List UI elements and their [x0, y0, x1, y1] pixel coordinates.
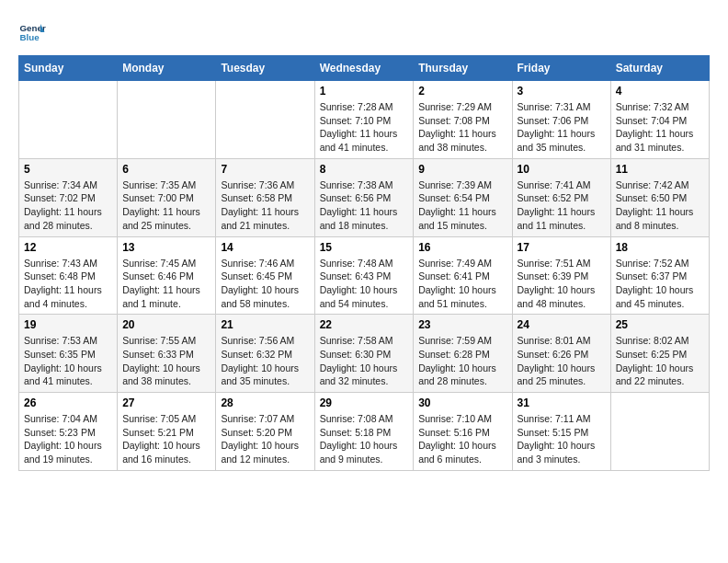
calendar-cell: 20Sunrise: 7:55 AMSunset: 6:33 PMDayligh…	[118, 315, 216, 393]
day-info: Sunrise: 7:53 AMSunset: 6:35 PMDaylight:…	[24, 334, 112, 388]
calendar-cell: 21Sunrise: 7:56 AMSunset: 6:32 PMDayligh…	[216, 315, 314, 393]
calendar-cell: 8Sunrise: 7:38 AMSunset: 6:56 PMDaylight…	[314, 158, 414, 236]
calendar-cell: 25Sunrise: 8:02 AMSunset: 6:25 PMDayligh…	[610, 315, 709, 393]
calendar-cell	[19, 81, 118, 159]
day-number: 27	[122, 396, 210, 409]
day-info: Sunrise: 7:46 AMSunset: 6:45 PMDaylight:…	[221, 257, 309, 311]
day-number: 13	[122, 241, 210, 254]
day-number: 31	[518, 396, 606, 409]
calendar-cell: 4Sunrise: 7:32 AMSunset: 7:04 PMDaylight…	[610, 81, 709, 159]
calendar-header: SundayMondayTuesdayWednesdayThursdayFrid…	[19, 56, 710, 81]
day-header-friday: Friday	[512, 56, 610, 81]
day-info: Sunrise: 7:04 AMSunset: 5:23 PMDaylight:…	[24, 412, 112, 466]
day-number: 19	[24, 318, 112, 331]
day-header-tuesday: Tuesday	[216, 56, 314, 81]
calendar-cell	[610, 393, 709, 471]
day-info: Sunrise: 7:43 AMSunset: 6:48 PMDaylight:…	[24, 257, 112, 311]
day-number: 14	[221, 241, 309, 254]
day-number: 11	[616, 163, 704, 176]
day-info: Sunrise: 7:42 AMSunset: 6:50 PMDaylight:…	[616, 178, 704, 233]
day-info: Sunrise: 7:56 AMSunset: 6:32 PMDaylight:…	[221, 334, 309, 388]
calendar-cell: 1Sunrise: 7:28 AMSunset: 7:10 PMDaylight…	[314, 81, 414, 159]
day-info: Sunrise: 7:10 AMSunset: 5:16 PMDaylight:…	[418, 412, 506, 466]
day-header-sunday: Sunday	[19, 56, 118, 81]
day-number: 30	[418, 396, 506, 409]
calendar-cell: 3Sunrise: 7:31 AMSunset: 7:06 PMDaylight…	[512, 81, 610, 159]
calendar-cell: 11Sunrise: 7:42 AMSunset: 6:50 PMDayligh…	[610, 158, 709, 236]
day-number: 21	[221, 318, 309, 331]
day-info: Sunrise: 7:34 AMSunset: 7:02 PMDaylight:…	[24, 178, 112, 233]
day-header-saturday: Saturday	[610, 56, 709, 81]
day-number: 10	[518, 163, 606, 176]
calendar-cell: 19Sunrise: 7:53 AMSunset: 6:35 PMDayligh…	[19, 315, 118, 393]
svg-text:Blue: Blue	[20, 32, 40, 42]
day-number: 1	[320, 85, 409, 98]
calendar-cell: 9Sunrise: 7:39 AMSunset: 6:54 PMDaylight…	[414, 158, 512, 236]
day-number: 4	[616, 85, 704, 98]
logo-icon: General Blue	[18, 18, 46, 46]
calendar-cell: 30Sunrise: 7:10 AMSunset: 5:16 PMDayligh…	[414, 393, 512, 471]
day-info: Sunrise: 7:58 AMSunset: 6:30 PMDaylight:…	[320, 334, 409, 388]
day-number: 26	[24, 396, 112, 409]
day-info: Sunrise: 7:11 AMSunset: 5:15 PMDaylight:…	[518, 412, 606, 466]
day-header-monday: Monday	[118, 56, 216, 81]
day-number: 18	[616, 241, 704, 254]
calendar-cell	[216, 81, 314, 159]
day-number: 24	[518, 318, 606, 331]
calendar-cell: 16Sunrise: 7:49 AMSunset: 6:41 PMDayligh…	[414, 236, 512, 315]
calendar-cell: 26Sunrise: 7:04 AMSunset: 5:23 PMDayligh…	[19, 393, 118, 471]
day-number: 17	[518, 241, 606, 254]
day-info: Sunrise: 7:38 AMSunset: 6:56 PMDaylight:…	[320, 178, 409, 233]
calendar-cell: 29Sunrise: 7:08 AMSunset: 5:18 PMDayligh…	[314, 393, 414, 471]
day-number: 23	[418, 318, 506, 331]
day-info: Sunrise: 7:29 AMSunset: 7:08 PMDaylight:…	[418, 100, 506, 155]
day-info: Sunrise: 8:02 AMSunset: 6:25 PMDaylight:…	[616, 334, 704, 388]
day-info: Sunrise: 7:51 AMSunset: 6:39 PMDaylight:…	[518, 257, 606, 311]
calendar-cell: 27Sunrise: 7:05 AMSunset: 5:21 PMDayligh…	[118, 393, 216, 471]
day-info: Sunrise: 7:35 AMSunset: 7:00 PMDaylight:…	[122, 178, 210, 233]
calendar-cell: 13Sunrise: 7:45 AMSunset: 6:46 PMDayligh…	[118, 236, 216, 315]
calendar-cell: 31Sunrise: 7:11 AMSunset: 5:15 PMDayligh…	[512, 393, 610, 471]
day-number: 8	[320, 163, 409, 176]
day-number: 2	[418, 85, 506, 98]
calendar-cell: 6Sunrise: 7:35 AMSunset: 7:00 PMDaylight…	[118, 158, 216, 236]
day-number: 16	[418, 241, 506, 254]
day-number: 12	[24, 241, 112, 254]
day-info: Sunrise: 7:08 AMSunset: 5:18 PMDaylight:…	[320, 412, 409, 466]
calendar-cell: 15Sunrise: 7:48 AMSunset: 6:43 PMDayligh…	[314, 236, 414, 315]
day-header-wednesday: Wednesday	[314, 56, 414, 81]
calendar-cell: 23Sunrise: 7:59 AMSunset: 6:28 PMDayligh…	[414, 315, 512, 393]
day-info: Sunrise: 7:41 AMSunset: 6:52 PMDaylight:…	[518, 178, 606, 233]
day-info: Sunrise: 7:32 AMSunset: 7:04 PMDaylight:…	[616, 100, 704, 155]
calendar-cell: 5Sunrise: 7:34 AMSunset: 7:02 PMDaylight…	[19, 158, 118, 236]
day-info: Sunrise: 7:07 AMSunset: 5:20 PMDaylight:…	[221, 412, 309, 466]
day-number: 25	[616, 318, 704, 331]
day-number: 6	[122, 163, 210, 176]
calendar-cell: 18Sunrise: 7:52 AMSunset: 6:37 PMDayligh…	[610, 236, 709, 315]
calendar-cell: 2Sunrise: 7:29 AMSunset: 7:08 PMDaylight…	[414, 81, 512, 159]
day-info: Sunrise: 7:31 AMSunset: 7:06 PMDaylight:…	[518, 100, 606, 155]
calendar-cell: 28Sunrise: 7:07 AMSunset: 5:20 PMDayligh…	[216, 393, 314, 471]
day-info: Sunrise: 7:05 AMSunset: 5:21 PMDaylight:…	[122, 412, 210, 466]
day-info: Sunrise: 7:52 AMSunset: 6:37 PMDaylight:…	[616, 257, 704, 311]
logo: General Blue	[18, 18, 50, 46]
day-info: Sunrise: 7:55 AMSunset: 6:33 PMDaylight:…	[122, 334, 210, 388]
day-number: 15	[320, 241, 409, 254]
day-number: 29	[320, 396, 409, 409]
calendar-cell: 12Sunrise: 7:43 AMSunset: 6:48 PMDayligh…	[19, 236, 118, 315]
calendar-cell: 17Sunrise: 7:51 AMSunset: 6:39 PMDayligh…	[512, 236, 610, 315]
day-info: Sunrise: 7:49 AMSunset: 6:41 PMDaylight:…	[418, 257, 506, 311]
day-info: Sunrise: 7:45 AMSunset: 6:46 PMDaylight:…	[122, 257, 210, 311]
calendar-cell: 7Sunrise: 7:36 AMSunset: 6:58 PMDaylight…	[216, 158, 314, 236]
day-number: 5	[24, 163, 112, 176]
calendar-cell: 10Sunrise: 7:41 AMSunset: 6:52 PMDayligh…	[512, 158, 610, 236]
page-header: General Blue	[18, 18, 710, 46]
day-number: 9	[418, 163, 506, 176]
calendar-cell	[118, 81, 216, 159]
day-header-thursday: Thursday	[414, 56, 512, 81]
day-number: 20	[122, 318, 210, 331]
day-number: 22	[320, 318, 409, 331]
day-info: Sunrise: 8:01 AMSunset: 6:26 PMDaylight:…	[518, 334, 606, 388]
day-number: 28	[221, 396, 309, 409]
day-info: Sunrise: 7:59 AMSunset: 6:28 PMDaylight:…	[418, 334, 506, 388]
